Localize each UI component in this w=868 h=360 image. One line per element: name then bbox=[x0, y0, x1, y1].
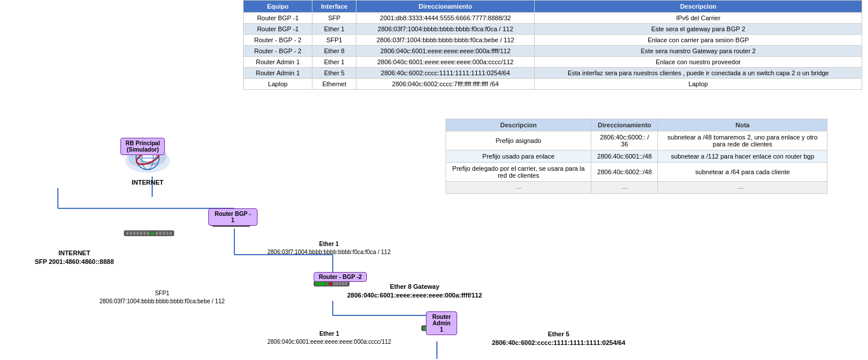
col-header-interface: Interface bbox=[312, 1, 356, 13]
router-bgp2-box: Router - BGP -2 bbox=[314, 272, 367, 282]
table-row: Router BGP -1SFP2001:db8:3333:4444:5555:… bbox=[244, 13, 862, 24]
table-cell-descripcion: IPv6 del Carrier bbox=[535, 13, 862, 24]
bot-table-cell-descripcion: Prefijo delegado por el carrier, se usar… bbox=[446, 163, 591, 182]
ether1-rb-label: Ether 1 2806:03f7:1004:bbbb:bbbb:bbbb:f0… bbox=[267, 240, 391, 256]
table-cell-direccionamiento: 2806:03f7:1004:bbbb:bbbb:bbbb:f0ca:f0ca … bbox=[356, 24, 535, 35]
table-row: Router BGP -1Ether 12806:03f7:1004:bbbb:… bbox=[244, 24, 862, 35]
router-admin-box: Router Admin 1 bbox=[426, 311, 457, 335]
sfp1-label: SFP1 2806:03f7:1004:bbbb:bbbb:bbbb:f0ca:… bbox=[100, 289, 225, 306]
diagram-area: INTERNET RB Principal(Simulador) bbox=[0, 75, 440, 359]
table-cell-direccionamiento: 2806:03f7:1004:bbbb:bbbb:bbbb:f0ca:bebe … bbox=[356, 35, 535, 46]
bot-table-cell-descripcion: Prefijo usado para enlace bbox=[446, 150, 591, 163]
table-row: Router - BGP - 2Ether 82806:040c:6001:ee… bbox=[244, 46, 862, 57]
table-cell-descripcion: Este sera nuestro Gateway para router 2 bbox=[535, 46, 862, 57]
table-cell-interface: Ether 8 bbox=[312, 46, 356, 57]
col-header-direccionamiento: Direccionamiento bbox=[356, 1, 535, 13]
router-admin-label: Router Admin 1 bbox=[432, 314, 451, 333]
ether1-admin-label: Ether 1 2806:040c:6001:eeee:eeee:eeee:00… bbox=[267, 330, 391, 346]
bot-table-cell-nota: subnetear a /64 para cada cliente bbox=[658, 163, 827, 182]
bot-table-cell-nota: subnetear a /48 tomaremos 2, uno para en… bbox=[658, 131, 827, 150]
table-cell-interface: Ether 1 bbox=[312, 57, 356, 68]
table-row: ——— . bbox=[446, 182, 827, 194]
bot-col-header-descripcion: Descripcion bbox=[446, 119, 591, 131]
table-row: Prefijo asignado2806:40c:6000:: / 36subn… bbox=[446, 131, 827, 150]
table-row: Prefijo delegado por el carrier, se usar… bbox=[446, 163, 827, 182]
ether5-label: Ether 5 2806:40c:6002:cccc:1111:1111:111… bbox=[492, 330, 626, 348]
table-cell-descripcion: Enlace con nuestro proveedor bbox=[535, 57, 862, 68]
router-bgp1-label: Router BGP -1 bbox=[215, 211, 251, 223]
bot-table-cell-nota: subnetear a /112 para hacer enlace con r… bbox=[658, 150, 827, 163]
table-cell-interface: Ether 1 bbox=[312, 24, 356, 35]
bot-table-cell-descripcion: Prefijo asignado bbox=[446, 131, 591, 150]
internet-label: INTERNET bbox=[113, 179, 182, 186]
table-cell-equipo: Router Admin 1 bbox=[244, 57, 312, 68]
bot-table-cell-direccionamiento: 2806:40c:6002::/48 bbox=[591, 163, 658, 182]
rb-principal-box: RB Principal(Simulador) bbox=[120, 138, 165, 155]
bot-table-cell-descripcion: — bbox=[446, 182, 591, 194]
router-bgp1-box: Router BGP -1 bbox=[208, 208, 258, 226]
table-cell-interface: SFP bbox=[312, 13, 356, 24]
table-cell-equipo: Router - BGP - 2 bbox=[244, 35, 312, 46]
bottom-table: Descripcion Direccionamiento Nota Prefij… bbox=[446, 119, 827, 194]
bot-table-cell-direccionamiento: 2806:40c:6001::/48 bbox=[591, 150, 658, 163]
bot-col-header-nota: Nota bbox=[658, 119, 827, 131]
col-header-descripcion: Descripcion bbox=[535, 1, 862, 13]
table-cell-interface: SFP1 bbox=[312, 35, 356, 46]
bottom-table-wrapper: Descripcion Direccionamiento Nota Prefij… bbox=[446, 119, 827, 194]
bot-table-cell-direccionamiento: 2806:40c:6000:: / 36 bbox=[591, 131, 658, 150]
table-cell-direccionamiento: 2806:040c:6001:eeee:eeee:eeee:000a:ffff/… bbox=[356, 46, 535, 57]
table-cell-equipo: Router - BGP - 2 bbox=[244, 46, 312, 57]
table-cell-descripcion: Laptop bbox=[535, 79, 862, 90]
table-row: Router - BGP - 2SFP12806:03f7:1004:bbbb:… bbox=[244, 35, 862, 46]
rb-principal-icon bbox=[124, 230, 174, 236]
bot-col-header-direccionamiento: Direccionamiento bbox=[591, 119, 658, 131]
table-cell-direccionamiento: 2001:db8:3333:4444:5555:6666:7777:8888/3… bbox=[356, 13, 535, 24]
table-cell-equipo: Router BGP -1 bbox=[244, 13, 312, 24]
internet-sfp-label: INTERNET SFP 2001:4860:4860::8888 bbox=[35, 249, 114, 267]
bot-table-cell-direccionamiento: — bbox=[591, 182, 658, 194]
table-cell-descripcion: Enlace con carrier para sesion BGP bbox=[535, 35, 862, 46]
table-cell-equipo: Router BGP -1 bbox=[244, 24, 312, 35]
router-bgp2-label: Router - BGP -2 bbox=[319, 274, 362, 280]
col-header-equipo: Equipo bbox=[244, 1, 312, 13]
table-row: Prefijo usado para enlace2806:40c:6001::… bbox=[446, 150, 827, 163]
ether8-label: Ether 8 Gateway 2806:040c:6001:eeee:eeee… bbox=[347, 282, 482, 300]
table-cell-direccionamiento: 2806:040c:6001:eeee:eeee:eeee:000a:cccc/… bbox=[356, 57, 535, 68]
bot-table-cell-nota: — . bbox=[658, 182, 827, 194]
rb-principal-label: RB Principal(Simulador) bbox=[126, 140, 160, 153]
table-cell-descripcion: Este sera el gateway para BGP 2 bbox=[535, 24, 862, 35]
table-row: Router Admin 1Ether 12806:040c:6001:eeee… bbox=[244, 57, 862, 68]
table-cell-descripcion: Esta interfaz sera para nuestros cliente… bbox=[535, 68, 862, 79]
